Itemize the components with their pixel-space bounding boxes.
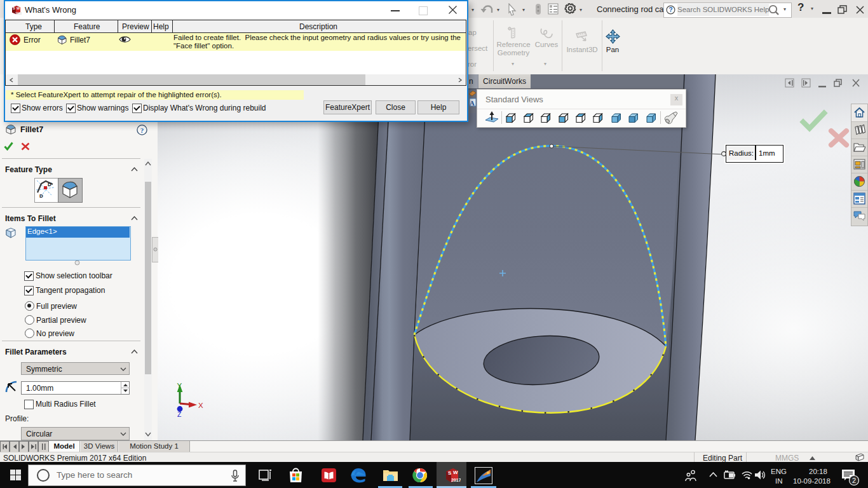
svg-text:2: 2 (852, 477, 856, 484)
svg-text:X: X (198, 402, 203, 409)
svg-text:Z: Z (177, 410, 182, 418)
svg-text:?: ? (668, 6, 672, 13)
svg-text:Y: Y (177, 382, 182, 390)
svg-text:S: S (13, 6, 15, 10)
svg-text:D: D (48, 182, 51, 187)
svg-text:A: A (470, 99, 475, 107)
svg-text:S: S (448, 470, 452, 476)
svg-text:W: W (453, 470, 458, 475)
svg-text:D: D (39, 193, 43, 199)
svg-text:2017: 2017 (451, 478, 461, 482)
svg-text:?: ? (140, 126, 144, 134)
svg-text:W: W (17, 6, 20, 10)
svg-text:2018: 2018 (15, 11, 22, 15)
